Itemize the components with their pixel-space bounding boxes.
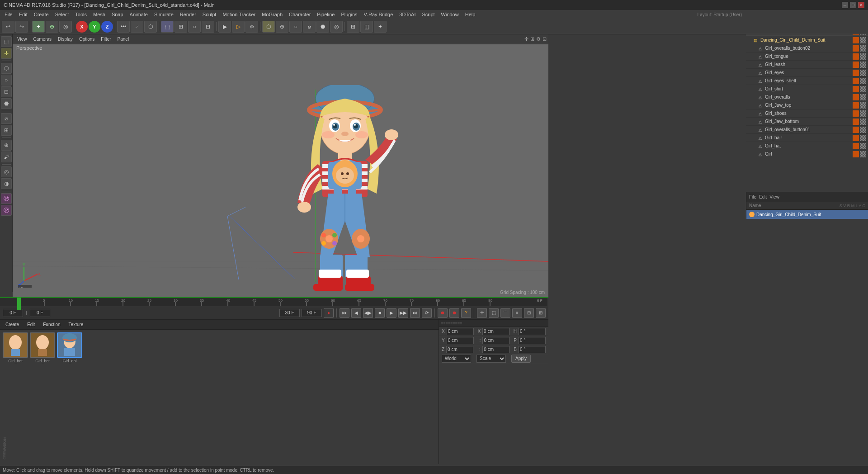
menu-3dtoai[interactable]: 3DToAI (396, 11, 418, 18)
menu-help[interactable]: Help (462, 11, 478, 18)
list-item[interactable]: ▤ Dancing_Girl_Child_Denim_Suit (746, 36, 868, 44)
viewport-display-btn[interactable]: Display (55, 36, 75, 42)
key-button[interactable]: ⏺ (449, 308, 459, 318)
menu-window[interactable]: Window (439, 11, 462, 18)
menu-mograph[interactable]: MoGraph (259, 11, 285, 18)
max-frame-input[interactable] (302, 309, 322, 317)
list-item[interactable]: △ Girl_eyes (746, 69, 868, 77)
group-button[interactable]: ⊕ (46, 21, 58, 33)
light-button[interactable]: ✦ (374, 21, 387, 33)
viewport-expand-icon[interactable]: ⊞ (530, 36, 534, 42)
list-item[interactable]: △ Girl_shoes (746, 109, 868, 118)
knife-tool-button[interactable]: ⬣ (316, 21, 329, 33)
transform-mode-dropdown[interactable]: Scale Move Rotate (476, 355, 506, 363)
mat-edit-btn[interactable]: Edit (759, 194, 767, 199)
menu-edit[interactable]: Edit (16, 11, 30, 18)
y-pos-input[interactable] (447, 337, 474, 344)
stop-button[interactable]: ■ (375, 308, 385, 318)
last-frame-button[interactable]: ⏭ (410, 308, 420, 318)
function-tab[interactable]: Function (39, 322, 64, 327)
minimize-button[interactable]: ─ (842, 2, 848, 8)
render-active-view-button[interactable]: ▶ (218, 21, 231, 33)
menu-pipeline[interactable]: Pipeline (314, 11, 337, 18)
scale-tool-button[interactable]: ⊕ (276, 21, 288, 33)
viewport-cameras-btn[interactable]: Cameras (31, 36, 55, 42)
p-input[interactable] (519, 337, 546, 344)
loop-tool-button[interactable]: ◎ (330, 21, 343, 33)
viewport-options-btn[interactable]: Options (76, 36, 97, 42)
first-frame-button[interactable]: ⏮ (340, 308, 349, 318)
x-axis-button[interactable]: X (76, 21, 88, 33)
list-item[interactable]: △ Girl_shirt (746, 85, 868, 93)
menu-motiontracker[interactable]: Motion Tracker (220, 11, 258, 18)
maximize-button[interactable]: □ (850, 2, 856, 8)
texture-mode-button[interactable]: ⊞ (175, 21, 187, 33)
timeline-playhead[interactable] (17, 298, 21, 310)
knife-tool[interactable]: ⌀ (1, 113, 12, 124)
list-item[interactable]: △ Girl_tongue (746, 52, 868, 61)
texture-tab[interactable]: Texture (65, 322, 87, 327)
y-axis-button[interactable]: Y (89, 21, 100, 33)
key-mode-btn[interactable]: ⬚ (489, 308, 499, 318)
list-item[interactable]: △ Girl_overalls_button01 (746, 126, 868, 134)
list-item[interactable]: △ Girl_hat (746, 142, 868, 150)
select-tool[interactable]: ⬚ (1, 36, 12, 47)
h-input[interactable] (519, 328, 546, 335)
move-tool[interactable]: ✛ (1, 48, 12, 59)
edit-tab[interactable]: Edit (24, 322, 38, 327)
curve-btn[interactable]: ⌒ (500, 308, 510, 318)
sphere-tool[interactable]: ○ (1, 75, 12, 85)
polygons-mode-button[interactable]: ⬡ (144, 21, 157, 33)
menu-snap[interactable]: Snap (109, 11, 126, 18)
magnet-tool[interactable]: ⊕ (1, 140, 12, 151)
render-button[interactable]: ▷ (232, 21, 245, 33)
move-playback-btn[interactable]: ✛ (477, 308, 487, 318)
prev-key-button[interactable]: ◀ (351, 308, 361, 318)
menu-tools[interactable]: Tools (72, 11, 90, 18)
new-object-button[interactable]: ✦ (32, 21, 45, 33)
play-forward-button[interactable]: ▶▶ (398, 308, 408, 318)
mat-file-btn[interactable]: File (749, 194, 756, 199)
autokey-button[interactable]: ⏺ (438, 308, 448, 318)
coord-system-dropdown[interactable]: World Object (442, 355, 471, 363)
menu-vray[interactable]: V-Ray Bridge (361, 11, 396, 18)
script-tool-2[interactable]: Ⓟ (1, 205, 12, 216)
playback-speed-input[interactable] (279, 309, 300, 317)
workplane-button[interactable]: ⊟ (202, 21, 214, 33)
rotate-tool-button[interactable]: ○ (289, 21, 302, 33)
materials-item[interactable]: Dancing_Girl_Child_Denim_Suit (746, 210, 868, 219)
edges-mode-button[interactable]: ⟋ (131, 21, 143, 33)
paint-tool[interactable]: 🖌 (1, 152, 12, 162)
viewport-panel-btn[interactable]: Panel (115, 36, 132, 42)
thumbnail-item[interactable]: Girl_bot (30, 332, 55, 363)
list-item[interactable]: △ Girl_leash (746, 61, 868, 69)
timeline-btn[interactable]: ⊟ (524, 308, 534, 318)
menu-animate[interactable]: Animate (127, 11, 151, 18)
camera-tool-button[interactable]: ◫ (360, 21, 373, 33)
settings-playback-btn[interactable]: ⊞ (536, 308, 546, 318)
viewport-move-icon[interactable]: ✛ (524, 36, 528, 42)
z-pos-input[interactable] (446, 346, 473, 353)
start-frame-input[interactable] (30, 309, 50, 317)
menu-sculpt[interactable]: Sculpt (200, 11, 219, 18)
help-button[interactable]: ? (461, 308, 471, 318)
render-settings-button[interactable]: ⚙ (245, 21, 258, 33)
list-item[interactable]: △ Girl_Jaw_bottom (746, 118, 868, 126)
model-mode-button[interactable]: ⬚ (161, 21, 174, 33)
mat-view-btn[interactable]: View (769, 194, 779, 199)
list-item[interactable]: △ Girl_hair (746, 134, 868, 142)
move-tool-button[interactable]: ⬡ (262, 21, 275, 33)
poly-tool[interactable]: ⬣ (1, 98, 12, 109)
viewport-view-btn[interactable]: View (14, 36, 30, 42)
x2-pos-input[interactable] (482, 328, 509, 335)
undo-button[interactable]: ↩ (2, 21, 14, 33)
thumbnail-item[interactable]: Girl_dol (57, 332, 82, 363)
apply-button[interactable]: Apply (511, 355, 531, 363)
grid-button[interactable]: ⊞ (347, 21, 359, 33)
z-axis-button[interactable]: Z (101, 21, 113, 33)
box-tool[interactable]: ⬡ (1, 63, 12, 74)
play-reverse-button[interactable]: ◀▶ (363, 308, 373, 318)
paint-tool-button[interactable]: ⌀ (303, 21, 316, 33)
object-mode-button[interactable]: ○ (188, 21, 201, 33)
menu-character[interactable]: Character (286, 11, 313, 18)
